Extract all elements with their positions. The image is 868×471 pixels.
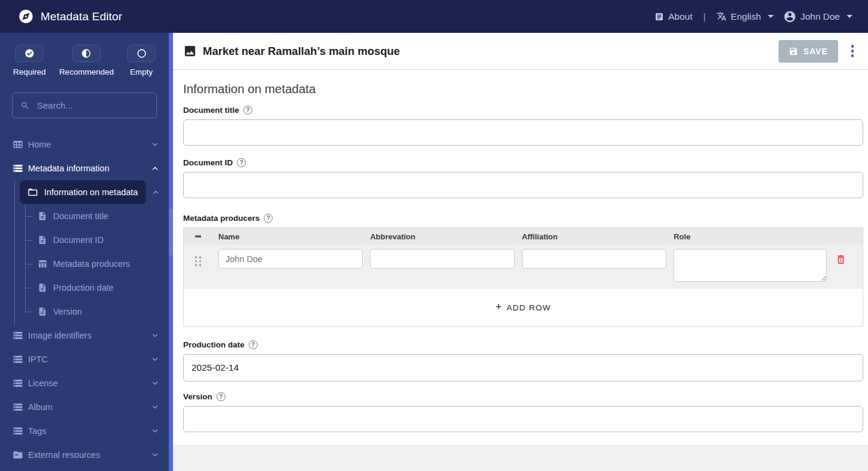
sidebar-item-document-id[interactable]: Document ID <box>0 228 169 252</box>
sidebar-item-label: External resources <box>28 450 146 460</box>
sidebar-item-label: Production date <box>53 283 159 293</box>
sidebar: Required Recommended <box>0 33 169 471</box>
required-filter-button[interactable] <box>15 45 44 62</box>
sidebar-item-production-date[interactable]: Production date <box>0 276 169 300</box>
sidebar-nav: Home Metadata information Infor <box>0 133 169 467</box>
sidebar-item-image-identifiers[interactable]: Image identifiers <box>0 324 169 347</box>
delete-row-button[interactable] <box>835 254 847 265</box>
document-icon <box>37 211 47 221</box>
save-button[interactable]: SAVE <box>779 40 838 63</box>
main-content: Market near Ramallah’s main mosque SAVE … <box>173 33 868 471</box>
recommended-label: Recommended <box>59 67 114 76</box>
chevron-down-icon <box>151 331 159 340</box>
sidebar-item-information-on-metadata[interactable]: Information on metadata <box>0 180 169 204</box>
trash-icon <box>835 254 847 265</box>
page-title: Market near Ramallah’s main mosque <box>203 45 400 58</box>
field-label: Metadata producers <box>183 214 863 223</box>
legend-empty: Empty <box>127 45 156 76</box>
about-link[interactable]: About <box>654 11 693 22</box>
drag-handle-icon[interactable] <box>195 256 202 266</box>
table-icon <box>37 259 47 269</box>
document-title-label: Document title <box>183 106 239 115</box>
document-id-input[interactable] <box>183 172 863 198</box>
save-label: SAVE <box>804 47 828 56</box>
help-icon[interactable] <box>243 106 252 115</box>
sidebar-item-label: IPTC <box>28 355 146 364</box>
sidebar-item-tags[interactable]: Tags <box>0 419 169 443</box>
brand: Metadata Editor <box>18 8 122 24</box>
version-input[interactable] <box>183 406 863 432</box>
field-label: Document title <box>183 106 863 115</box>
document-icon <box>37 235 47 245</box>
sidebar-item-label: Document title <box>53 211 159 221</box>
empty-filter-button[interactable] <box>127 45 156 62</box>
status-legend: Required Recommended <box>0 45 169 76</box>
sidebar-item-metadata-producers[interactable]: Metadata producers <box>0 252 169 276</box>
producer-row <box>184 245 863 289</box>
sidebar-item-iptc[interactable]: IPTC <box>0 347 169 371</box>
sidebar-item-album[interactable]: Album <box>0 395 169 419</box>
producer-abbrevation-input[interactable] <box>370 249 514 269</box>
sidebar-item-label: Home <box>28 140 146 149</box>
document-title-input[interactable] <box>183 119 863 146</box>
sidebar-item-label: Metadata information <box>28 164 146 173</box>
production-date-input[interactable] <box>183 354 863 381</box>
chevron-up-icon <box>151 164 159 173</box>
more-options-button[interactable] <box>848 42 858 60</box>
field-label: Production date <box>183 340 863 349</box>
producer-affiliation-input[interactable] <box>522 249 666 269</box>
column-header-affiliation: Affiliation <box>522 232 668 241</box>
user-name: John Doe <box>801 11 840 22</box>
field-document-title: Document title <box>183 106 863 146</box>
document-id-label: Document ID <box>183 158 233 167</box>
document-icon <box>37 283 47 293</box>
about-label: About <box>668 11 693 22</box>
plus-icon: + <box>495 301 502 313</box>
sidebar-item-label: Document ID <box>53 235 159 245</box>
sidebar-scrollbar-thumb[interactable] <box>169 209 173 255</box>
help-icon[interactable] <box>237 158 246 167</box>
required-label: Required <box>13 67 46 76</box>
language-menu[interactable]: English <box>716 11 774 22</box>
column-header-abbrevation: Abbrevation <box>370 232 515 241</box>
sidebar-item-document-title[interactable]: Document title <box>0 204 169 228</box>
sidebar-item-external-resources[interactable]: External resources <box>0 443 169 467</box>
help-icon[interactable] <box>217 392 226 401</box>
active-item-pill: Information on metadata <box>20 180 146 204</box>
add-row-button[interactable]: + ADD ROW <box>184 289 863 326</box>
add-row-label: ADD ROW <box>506 303 551 312</box>
navbar-right: About | English John Doe <box>654 10 852 23</box>
page-header: Market near Ramallah’s main mosque SAVE <box>173 33 868 70</box>
user-menu[interactable]: John Doe <box>783 10 852 23</box>
sidebar-item-label: Album <box>28 402 146 412</box>
translate-icon <box>716 11 727 21</box>
legend-required: Required <box>13 45 46 76</box>
storage-icon <box>12 426 23 436</box>
field-production-date: Production date <box>183 340 863 381</box>
header-actions: SAVE <box>779 40 857 63</box>
field-version: Version <box>183 392 863 432</box>
about-icon <box>654 12 664 21</box>
chevron-down-icon <box>847 15 852 18</box>
folder-icon <box>12 450 23 460</box>
producers-table-header: Name Abbrevation Affiliation Role <box>184 228 863 245</box>
field-document-id: Document ID <box>183 158 863 198</box>
field-label: Document ID <box>183 158 863 167</box>
producer-name-input[interactable] <box>218 249 363 269</box>
top-navbar: Metadata Editor About | English <box>0 0 868 33</box>
title-group: Market near Ramallah’s main mosque <box>183 44 400 58</box>
sidebar-item-label: Metadata producers <box>53 259 159 269</box>
search-input[interactable] <box>36 100 157 111</box>
producer-role-textarea[interactable] <box>674 249 827 282</box>
sidebar-item-version[interactable]: Version <box>0 300 169 324</box>
sidebar-item-home[interactable]: Home <box>0 133 169 156</box>
sidebar-item-license[interactable]: License <box>0 371 169 395</box>
sidebar-item-metadata-information[interactable]: Metadata information <box>0 156 169 180</box>
legend-recommended: Recommended <box>59 45 114 76</box>
help-icon[interactable] <box>249 340 258 349</box>
recommended-filter-button[interactable] <box>72 45 101 62</box>
language-label: English <box>731 11 761 22</box>
table-menu-button[interactable] <box>184 228 212 245</box>
help-icon[interactable] <box>264 214 273 223</box>
search-icon <box>20 101 30 110</box>
